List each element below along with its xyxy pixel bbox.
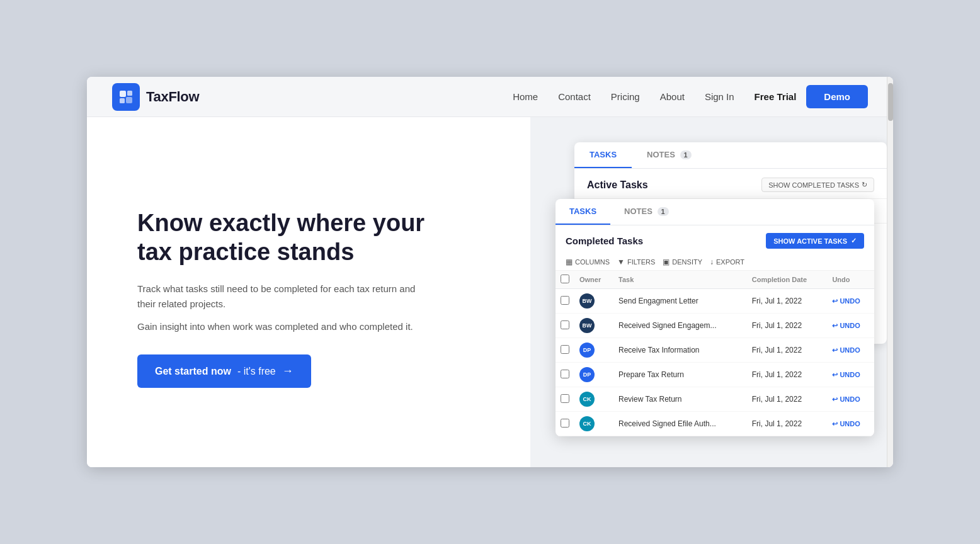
undo-button-4[interactable]: ↩ UNDO [832,395,869,404]
table-row: BW Received Signed Engagem... Fri, Jul 1… [556,314,874,338]
owner-avatar-3: DP [579,367,595,382]
undo-button-5[interactable]: ↩ UNDO [832,420,869,428]
completed-tasks-table: Owner Task Completion Date Undo BW Send … [556,271,874,436]
back-tab-tasks[interactable]: TASKS [574,142,632,168]
svg-rect-2 [120,98,125,103]
task-cell-4: Review Tax Return [613,387,747,412]
owner-avatar-4: CK [579,392,595,407]
select-all-checkbox[interactable] [561,275,569,283]
undo-icon-5: ↩ [832,420,838,428]
front-notes-badge: 1 [658,207,669,216]
table-row: CK Review Tax Return Fri, Jul 1, 2022 ↩ … [556,387,874,412]
date-cell-2: Fri, Jul 1, 2022 [747,338,828,363]
nav-links: Home Contact Pricing About Sign In [513,91,734,102]
filters-toolbar-item[interactable]: ▼ FILTERS [617,258,655,266]
front-panel-header: Completed Tasks SHOW ACTIVE TASKS ✓ [556,225,874,254]
owner-avatar-2: DP [579,343,595,358]
back-panel-header: Active Tasks SHOW COMPLETED TASKS ↻ [574,169,887,198]
completed-tasks-title: Completed Tasks [566,235,643,246]
nav-home[interactable]: Home [513,91,538,102]
table-row: CK Received Signed Efile Auth... Fri, Ju… [556,412,874,436]
date-cell-3: Fri, Jul 1, 2022 [747,363,828,387]
svg-rect-0 [120,91,126,97]
hero-section: Know exactly where your tax practice sta… [87,117,893,467]
owner-avatar-5: CK [579,416,595,431]
row-checkbox-0[interactable] [561,296,569,305]
row-checkbox-4[interactable] [561,394,569,403]
undo-icon-0: ↩ [832,297,838,305]
free-trial-link[interactable]: Free Trial [755,91,797,102]
col-date: Completion Date [747,271,828,289]
cta-arrow-icon: → [282,365,293,378]
date-cell-0: Fri, Jul 1, 2022 [747,289,828,314]
row-checkbox-3[interactable] [561,370,569,378]
cta-button[interactable]: Get started now - it's free → [137,354,311,388]
task-cell-5: Received Signed Efile Auth... [613,412,747,436]
hero-heading: Know exactly where your tax practice sta… [137,209,440,266]
export-toolbar-item[interactable]: ↓ EXPORT [710,258,744,266]
nav-about[interactable]: About [660,91,685,102]
export-icon: ↓ [710,258,714,266]
density-toolbar-item[interactable]: ▣ DENSITY [663,258,702,266]
filters-icon: ▼ [617,258,625,266]
show-completed-button[interactable]: SHOW COMPLETED TASKS ↻ [761,178,874,192]
scroll-thumb[interactable] [888,83,893,121]
show-active-button[interactable]: SHOW ACTIVE TASKS ✓ [766,233,864,249]
date-cell-5: Fri, Jul 1, 2022 [747,412,828,436]
row-checkbox-5[interactable] [561,419,569,428]
navbar: TaxFlow Home Contact Pricing About Sign … [87,77,893,117]
undo-button-1[interactable]: ↩ UNDO [832,322,869,330]
date-cell-4: Fri, Jul 1, 2022 [747,387,828,412]
app-preview: TASKS NOTES 1 Active Tasks SHOW COMPLETE… [556,136,887,461]
col-task: Task [613,271,747,289]
col-undo: Undo [827,271,874,289]
notes-badge: 1 [680,150,692,159]
columns-icon: ▦ [566,258,573,266]
table-row: DP Receive Tax Information Fri, Jul 1, 2… [556,338,874,363]
undo-button-2[interactable]: ↩ UNDO [832,346,869,354]
undo-button-3[interactable]: ↩ UNDO [832,371,869,379]
back-tab-notes[interactable]: NOTES 1 [632,142,707,168]
cta-suffix: - it's free [237,366,276,377]
row-checkbox-2[interactable] [561,345,569,354]
undo-button-0[interactable]: ↩ UNDO [832,297,869,305]
table-row: BW Send Engagment Letter Fri, Jul 1, 202… [556,289,874,314]
undo-icon-3: ↩ [832,371,838,379]
columns-toolbar-item[interactable]: ▦ COLUMNS [566,258,610,266]
hero-left: Know exactly where your tax practice sta… [87,117,530,467]
table-toolbar: ▦ COLUMNS ▼ FILTERS ▣ DENSITY ↓ [556,254,874,271]
undo-icon-1: ↩ [832,322,838,330]
refresh-icon: ↻ [862,181,867,189]
scrollbar[interactable] [887,77,893,467]
active-tasks-title: Active Tasks [587,179,648,191]
undo-icon-2: ↩ [832,346,838,354]
check-icon: ✓ [851,237,857,245]
browser-window: TaxFlow Home Contact Pricing About Sign … [87,77,893,467]
nav-pricing[interactable]: Pricing [611,91,640,102]
cta-label: Get started now [155,366,231,377]
back-panel-tabs: TASKS NOTES 1 [574,142,887,169]
front-tab-notes[interactable]: NOTES 1 [610,199,683,225]
owner-avatar-1: BW [579,318,595,333]
owner-avatar-0: BW [579,293,595,309]
hero-sub1: Track what tasks still need to be comple… [137,281,427,312]
front-tab-tasks[interactable]: TASKS [556,199,610,225]
completed-tasks-panel: TASKS NOTES 1 Completed Tasks SHOW ACTIV… [556,199,874,436]
svg-rect-1 [127,91,132,96]
logo-area[interactable]: TaxFlow [112,83,199,111]
col-owner: Owner [574,271,613,289]
demo-button[interactable]: Demo [806,85,868,108]
nav-signin[interactable]: Sign In [705,91,734,102]
logo-icon [112,83,140,111]
front-panel-tabs: TASKS NOTES 1 [556,199,874,225]
date-cell-1: Fri, Jul 1, 2022 [747,314,828,338]
table-row: DP Prepare Tax Return Fri, Jul 1, 2022 ↩… [556,363,874,387]
task-cell-1: Received Signed Engagem... [613,314,747,338]
hero-right: TASKS NOTES 1 Active Tasks SHOW COMPLETE… [530,117,893,467]
task-cell-0: Send Engagment Letter [613,289,747,314]
row-checkbox-1[interactable] [561,320,569,329]
nav-contact[interactable]: Contact [558,91,591,102]
hero-sub2: Gain insight into when work was complete… [137,319,427,334]
undo-icon-4: ↩ [832,395,838,404]
logo-text: TaxFlow [146,89,199,105]
